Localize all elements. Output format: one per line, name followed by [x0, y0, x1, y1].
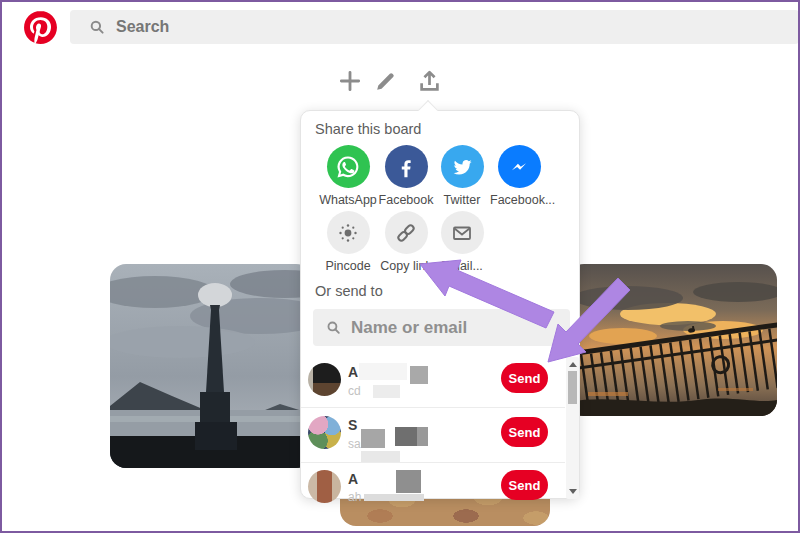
copy-link-icon — [385, 211, 428, 254]
redacted-handle — [364, 494, 424, 501]
pinterest-logo-icon — [24, 11, 57, 44]
pinterest-logo[interactable] — [24, 11, 57, 44]
redacted-badge — [410, 366, 428, 384]
global-search-bar[interactable] — [70, 10, 799, 44]
avatar — [308, 363, 341, 396]
lamppost-photo-image — [110, 264, 312, 468]
share-target-copy-link[interactable]: Copy link — [377, 211, 435, 273]
pincode-icon — [327, 211, 370, 254]
contact-name: A — [348, 364, 358, 380]
share-target-label: Pincode — [319, 259, 377, 273]
share-target-label: Copy link — [377, 259, 435, 273]
twitter-icon — [441, 145, 484, 188]
or-send-to-label: Or send to — [315, 283, 383, 299]
contact-row[interactable]: S sa Send — [301, 407, 565, 462]
contact-row[interactable]: A cd Send — [301, 357, 565, 407]
search-icon — [325, 319, 342, 336]
search-icon — [88, 18, 106, 36]
contact-handle: ah — [348, 490, 361, 504]
plus-icon — [337, 68, 363, 94]
redacted-handle — [373, 385, 400, 398]
scrollbar-thumb[interactable] — [568, 371, 577, 404]
scroll-down-icon[interactable] — [569, 489, 577, 494]
share-target-facebook[interactable]: Facebook — [377, 145, 435, 207]
sunset-fence-image — [568, 264, 777, 416]
messenger-icon — [498, 145, 541, 188]
email-icon — [441, 211, 484, 254]
share-board-button[interactable] — [414, 66, 444, 96]
share-target-label: Twitter — [433, 193, 491, 207]
whatsapp-icon — [327, 145, 370, 188]
popup-title: Share this board — [315, 121, 421, 137]
share-board-popup: Share this board WhatsApp Facebook — [300, 110, 580, 499]
redacted-badge — [396, 470, 421, 493]
share-icon — [416, 68, 443, 95]
add-pin-button[interactable] — [335, 66, 365, 96]
edit-board-button[interactable] — [370, 66, 400, 96]
send-button[interactable]: Send — [501, 470, 548, 500]
contact-name: S — [348, 417, 357, 433]
contact-search-bar[interactable] — [313, 309, 570, 346]
redacted-badge — [395, 427, 417, 446]
redacted-badge — [361, 429, 385, 448]
avatar — [308, 470, 341, 503]
avatar — [308, 416, 341, 449]
facebook-icon — [385, 145, 428, 188]
board-pin-sunset-fence-photo[interactable] — [568, 264, 777, 416]
share-target-label: Facebook — [377, 193, 435, 207]
popup-caret — [418, 100, 438, 120]
share-target-label: Email... — [433, 259, 491, 273]
board-pin-lamppost-photo[interactable] — [110, 264, 312, 468]
share-target-pincode[interactable]: Pincode — [319, 211, 377, 273]
redacted-name — [359, 363, 407, 380]
share-target-label: WhatsApp — [319, 193, 377, 207]
pinterest-window: Share this board WhatsApp Facebook — [0, 0, 800, 533]
share-target-twitter[interactable]: Twitter — [433, 145, 491, 207]
search-input[interactable] — [116, 18, 716, 36]
contact-row[interactable]: A ah Send — [301, 462, 565, 500]
send-button[interactable]: Send — [501, 417, 548, 447]
redacted-handle — [361, 451, 400, 462]
share-target-messenger[interactable]: Facebook... — [490, 145, 548, 207]
contact-list-scrollbar[interactable] — [566, 357, 579, 499]
share-target-label: Facebook... — [490, 193, 548, 207]
scroll-up-icon[interactable] — [569, 362, 577, 367]
contact-search-input[interactable] — [351, 318, 541, 338]
pencil-icon — [372, 68, 399, 95]
redacted-badge — [417, 427, 428, 446]
contact-name: A — [348, 471, 358, 487]
share-target-whatsapp[interactable]: WhatsApp — [319, 145, 377, 207]
send-button[interactable]: Send — [501, 363, 548, 393]
contact-handle: cd — [348, 384, 361, 398]
share-target-email[interactable]: Email... — [433, 211, 491, 273]
contact-handle: sa — [348, 437, 361, 451]
